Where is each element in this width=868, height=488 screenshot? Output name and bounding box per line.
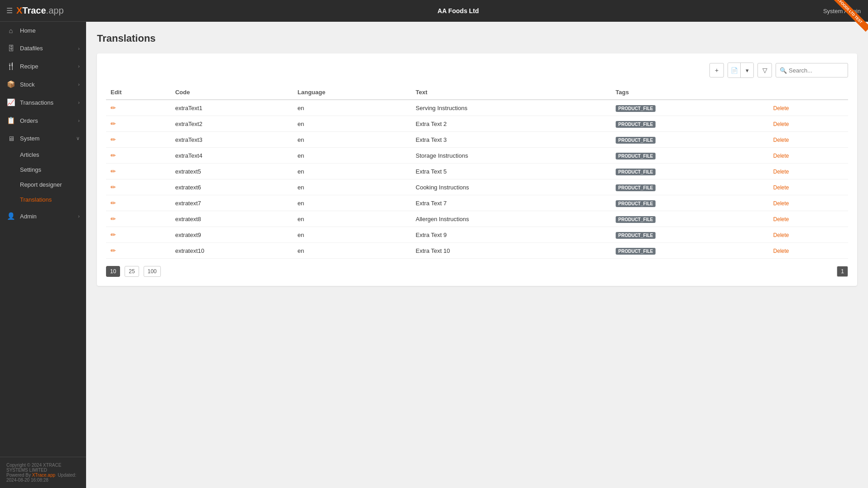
table-row: ✏ extratext7 en Extra Text 7 PRODUCT_FIL…	[106, 195, 848, 211]
edit-cell-2: ✏	[106, 132, 171, 148]
edit-cell-8: ✏	[106, 227, 171, 243]
action-cell-9: Delete	[769, 243, 848, 259]
edit-cell-0: ✏	[106, 100, 171, 116]
action-cell-5: Delete	[769, 179, 848, 195]
action-cell-2: Delete	[769, 132, 848, 148]
language-cell-8: en	[293, 227, 411, 243]
system-icon: 🖥	[6, 135, 15, 142]
export-icon[interactable]: 📄	[728, 63, 741, 77]
table-row: ✏ extraText1 en Serving Instructions PRO…	[106, 100, 848, 116]
delete-link-7[interactable]: Delete	[773, 216, 789, 222]
admin-icon: 👤	[6, 212, 15, 220]
sidebar: ☰ XTrace.app ⌂ Home 🗄 Datafiles › 🍴 Reci…	[0, 0, 86, 488]
code-cell-4: extratext5	[171, 164, 293, 179]
table-row: ✏ extratext6 en Cooking Instructions PRO…	[106, 179, 848, 195]
tag-cell-4: PRODUCT_FILE	[611, 164, 769, 179]
page-size-100[interactable]: 100	[144, 266, 161, 277]
tag-badge-5: PRODUCT_FILE	[616, 184, 656, 191]
edit-cell-4: ✏	[106, 164, 171, 179]
tag-cell-9: PRODUCT_FILE	[611, 243, 769, 259]
table-row: ✏ extratext5 en Extra Text 5 PRODUCT_FIL…	[106, 164, 848, 179]
sidebar-item-system-label: System	[20, 135, 72, 142]
export-dropdown-button[interactable]: ▾	[741, 63, 753, 77]
delete-link-8[interactable]: Delete	[773, 232, 789, 238]
powered-by-text: Powered By XTrace.app Updated: 2024-08-2…	[6, 473, 80, 483]
edit-icon-3[interactable]: ✏	[111, 152, 116, 159]
home-icon: ⌂	[6, 27, 15, 34]
sidebar-item-recipe[interactable]: 🍴 Recipe ›	[0, 57, 86, 75]
sidebar-item-stock-label: Stock	[20, 81, 73, 88]
edit-icon-4[interactable]: ✏	[111, 168, 116, 175]
edit-icon-5[interactable]: ✏	[111, 184, 116, 191]
sidebar-item-translations[interactable]: Translations	[0, 192, 86, 207]
tag-cell-3: PRODUCT_FILE	[611, 148, 769, 164]
delete-link-1[interactable]: Delete	[773, 121, 789, 127]
edit-icon-6[interactable]: ✏	[111, 199, 116, 207]
datafiles-icon: 🗄	[6, 44, 15, 52]
sidebar-item-transactions[interactable]: 📈 Transactions ›	[0, 93, 86, 111]
code-cell-1: extraText2	[171, 116, 293, 132]
topbar-user: System Admin	[823, 8, 861, 14]
sidebar-item-articles[interactable]: Articles	[0, 147, 86, 162]
edit-icon-1[interactable]: ✏	[111, 120, 116, 127]
sidebar-item-system[interactable]: 🖥 System ∨	[0, 130, 86, 147]
sidebar-item-home-label: Home	[20, 27, 80, 34]
tag-cell-5: PRODUCT_FILE	[611, 179, 769, 195]
page-size-25[interactable]: 25	[125, 266, 139, 277]
tag-badge-2: PRODUCT_FILE	[616, 137, 656, 144]
sidebar-item-datafiles[interactable]: 🗄 Datafiles ›	[0, 39, 86, 57]
search-input[interactable]	[789, 67, 844, 74]
add-button[interactable]: +	[709, 63, 724, 77]
code-cell-0: extraText1	[171, 100, 293, 116]
tag-badge-7: PRODUCT_FILE	[616, 216, 656, 223]
delete-link-3[interactable]: Delete	[773, 153, 789, 159]
language-cell-7: en	[293, 211, 411, 227]
delete-link-4[interactable]: Delete	[773, 169, 789, 175]
table-row: ✏ extratext8 en Allergen Instructions PR…	[106, 211, 848, 227]
text-cell-2: Extra Text 3	[411, 132, 611, 148]
page-size-10[interactable]: 10	[106, 266, 120, 277]
delete-link-5[interactable]: Delete	[773, 184, 789, 191]
tag-cell-2: PRODUCT_FILE	[611, 132, 769, 148]
sidebar-item-report-designer[interactable]: Report designer	[0, 177, 86, 192]
col-text: Text	[411, 85, 611, 100]
edit-icon-9[interactable]: ✏	[111, 247, 116, 254]
hamburger-icon[interactable]: ☰	[6, 6, 13, 15]
sidebar-item-admin[interactable]: 👤 Admin ›	[0, 207, 86, 225]
delete-link-0[interactable]: Delete	[773, 105, 789, 111]
sidebar-item-settings[interactable]: Settings	[0, 162, 86, 177]
delete-link-9[interactable]: Delete	[773, 248, 789, 254]
tag-cell-7: PRODUCT_FILE	[611, 211, 769, 227]
action-cell-6: Delete	[769, 195, 848, 211]
delete-link-6[interactable]: Delete	[773, 200, 789, 207]
chevron-right-icon: ›	[78, 46, 80, 51]
language-cell-9: en	[293, 243, 411, 259]
text-cell-4: Extra Text 5	[411, 164, 611, 179]
table-row: ✏ extratext9 en Extra Text 9 PRODUCT_FIL…	[106, 227, 848, 243]
logo-trace: Trace	[22, 5, 46, 15]
edit-cell-5: ✏	[106, 179, 171, 195]
table-row: ✏ extraText2 en Extra Text 2 PRODUCT_FIL…	[106, 116, 848, 132]
code-cell-2: extraText3	[171, 132, 293, 148]
delete-link-2[interactable]: Delete	[773, 137, 789, 143]
sidebar-item-home[interactable]: ⌂ Home	[0, 22, 86, 39]
sidebar-item-stock[interactable]: 📦 Stock ›	[0, 75, 86, 93]
action-cell-0: Delete	[769, 100, 848, 116]
text-cell-6: Extra Text 7	[411, 195, 611, 211]
language-cell-4: en	[293, 164, 411, 179]
language-cell-6: en	[293, 195, 411, 211]
code-cell-5: extratext6	[171, 179, 293, 195]
edit-icon-7[interactable]: ✏	[111, 215, 116, 222]
sidebar-item-datafiles-label: Datafiles	[20, 45, 73, 52]
text-cell-5: Cooking Instructions	[411, 179, 611, 195]
filter-button[interactable]: ▽	[757, 63, 772, 77]
tag-badge-4: PRODUCT_FILE	[616, 169, 656, 175]
edit-icon-0[interactable]: ✏	[111, 104, 116, 111]
edit-icon-2[interactable]: ✏	[111, 136, 116, 143]
page-1-button[interactable]: 1	[837, 266, 848, 277]
sidebar-item-orders[interactable]: 📋 Orders ›	[0, 111, 86, 130]
chevron-right-icon: ›	[78, 213, 80, 219]
xtrace-link[interactable]: XTrace.app	[32, 473, 55, 478]
chevron-down-icon: ∨	[76, 135, 80, 141]
edit-icon-8[interactable]: ✏	[111, 231, 116, 238]
